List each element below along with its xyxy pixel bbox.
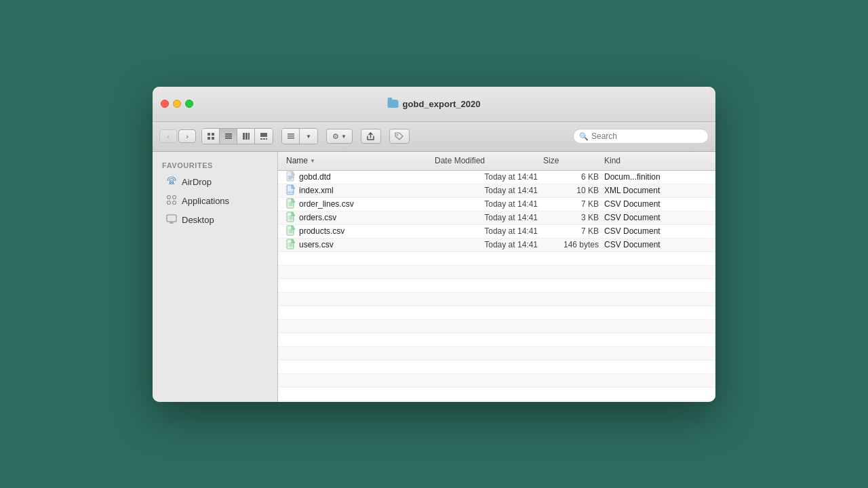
- file-date-cell: Today at 14:41: [432, 226, 540, 236]
- col-header-size[interactable]: Size: [540, 156, 601, 165]
- svg-rect-5: [225, 136, 232, 137]
- svg-text:</>: </>: [288, 190, 294, 193]
- traffic-lights: [161, 100, 193, 108]
- empty-cell: [283, 281, 432, 290]
- file-size-cell: 3 KB: [540, 213, 601, 222]
- svg-rect-0: [208, 133, 210, 136]
- svg-rect-6: [225, 138, 232, 139]
- desktop-icon: [166, 214, 177, 226]
- minimize-button[interactable]: [173, 100, 181, 108]
- file-icon: [286, 171, 296, 184]
- table-row[interactable]: order_lines.csv Today at 14:41 7 KB CSV …: [278, 198, 715, 211]
- search-input[interactable]: [591, 131, 703, 141]
- svg-rect-15: [288, 136, 294, 137]
- file-rows: gobd.dtd Today at 14:41 6 KB Docum...fin…: [278, 171, 715, 402]
- airdrop-icon: [166, 176, 177, 188]
- file-kind-cell: XML Document: [601, 186, 710, 195]
- content-area: Favourites AirDrop: [153, 152, 715, 402]
- share-button[interactable]: [361, 129, 381, 144]
- file-size-cell: 10 KB: [540, 186, 601, 195]
- svg-rect-3: [212, 137, 214, 140]
- search-box[interactable]: 🔍: [573, 129, 709, 144]
- action-dropdown-arrow: ▼: [341, 134, 347, 140]
- list-view-button[interactable]: [220, 129, 237, 144]
- file-size-cell: 6 KB: [540, 172, 601, 182]
- file-size-cell: 146 bytes: [540, 240, 601, 249]
- svg-rect-1: [212, 133, 214, 136]
- svg-rect-11: [260, 138, 262, 140]
- sidebar: Favourites AirDrop: [153, 152, 278, 402]
- file-list[interactable]: Name ▼ Date Modified Size Kind: [278, 152, 715, 402]
- empty-row: [278, 279, 715, 293]
- empty-row: [278, 293, 715, 306]
- close-button[interactable]: [161, 100, 169, 108]
- file-name: orders.csv: [299, 213, 336, 222]
- empty-row: [278, 388, 715, 401]
- file-kind-cell: Docum...finition: [601, 172, 710, 182]
- table-row[interactable]: </> index.xml Today at 14:41 10 KB XML D…: [278, 184, 715, 198]
- svg-point-21: [167, 201, 171, 204]
- file-date-cell: Today at 14:41: [432, 172, 540, 182]
- empty-row: [278, 252, 715, 266]
- empty-row: [278, 306, 715, 320]
- forward-button[interactable]: ›: [178, 129, 196, 143]
- tag-button[interactable]: [389, 129, 410, 144]
- table-row[interactable]: orders.csv Today at 14:41 3 KB CSV Docum…: [278, 211, 715, 225]
- col-header-kind[interactable]: Kind: [601, 156, 710, 165]
- nav-buttons: ‹ ›: [159, 129, 196, 143]
- file-date-cell: Today at 14:41: [432, 186, 540, 195]
- empty-cell: [283, 321, 432, 331]
- svg-point-17: [397, 134, 399, 136]
- svg-rect-4: [225, 134, 232, 135]
- file-name: index.xml: [299, 186, 334, 195]
- empty-row: [278, 374, 715, 388]
- col-header-name[interactable]: Name ▼: [283, 156, 432, 165]
- view-controls-group2: ▼: [281, 128, 318, 144]
- svg-rect-9: [248, 133, 250, 140]
- arrange-button[interactable]: [282, 129, 300, 144]
- gallery-view-button[interactable]: [255, 129, 273, 144]
- empty-cell: [283, 308, 432, 317]
- maximize-button[interactable]: [185, 100, 193, 108]
- column-view-button[interactable]: [237, 129, 255, 144]
- arrange-dropdown[interactable]: ▼: [300, 129, 317, 144]
- svg-rect-7: [243, 133, 245, 140]
- icon-view-button[interactable]: [202, 129, 220, 144]
- finder-window: gobd_export_2020 ‹ ›: [153, 87, 715, 402]
- sort-arrow-icon: ▼: [310, 158, 315, 164]
- empty-cell: [283, 348, 432, 358]
- svg-rect-16: [288, 138, 294, 139]
- empty-row: [278, 347, 715, 361]
- file-name-cell: gobd.dtd: [283, 171, 432, 184]
- file-list-header: Name ▼ Date Modified Size Kind: [278, 152, 715, 171]
- gear-icon: ⚙: [332, 132, 339, 141]
- table-row[interactable]: users.csv Today at 14:41 146 bytes CSV D…: [278, 239, 715, 252]
- window-title: gobd_export_2020: [403, 99, 481, 109]
- empty-cell: [283, 294, 432, 304]
- svg-rect-10: [260, 133, 267, 137]
- empty-cell: [283, 389, 432, 399]
- file-name-cell: products.csv: [283, 225, 432, 238]
- file-icon: </>: [286, 184, 296, 197]
- file-name: gobd.dtd: [299, 172, 331, 182]
- svg-rect-8: [245, 133, 248, 140]
- file-icon: [286, 198, 296, 211]
- sidebar-item-applications[interactable]: Applications: [157, 192, 273, 210]
- sidebar-item-label-applications: Applications: [182, 196, 229, 206]
- back-button[interactable]: ‹: [159, 129, 177, 143]
- file-size-cell: 7 KB: [540, 199, 601, 209]
- svg-rect-2: [208, 137, 210, 140]
- sidebar-item-desktop[interactable]: Desktop: [157, 211, 273, 229]
- window-title-area: gobd_export_2020: [388, 99, 481, 109]
- empty-row: [278, 320, 715, 333]
- table-row[interactable]: products.csv Today at 14:41 7 KB CSV Doc…: [278, 225, 715, 239]
- file-name-cell: users.csv: [283, 239, 432, 251]
- table-row[interactable]: gobd.dtd Today at 14:41 6 KB Docum...fin…: [278, 171, 715, 184]
- svg-rect-14: [288, 134, 294, 135]
- sidebar-section-label: Favourites: [153, 159, 277, 172]
- sidebar-item-airdrop[interactable]: AirDrop: [157, 173, 273, 191]
- action-button[interactable]: ⚙ ▼: [326, 129, 353, 144]
- col-header-date[interactable]: Date Modified: [432, 156, 540, 165]
- empty-row: [278, 266, 715, 279]
- view-controls-group1: [201, 128, 273, 144]
